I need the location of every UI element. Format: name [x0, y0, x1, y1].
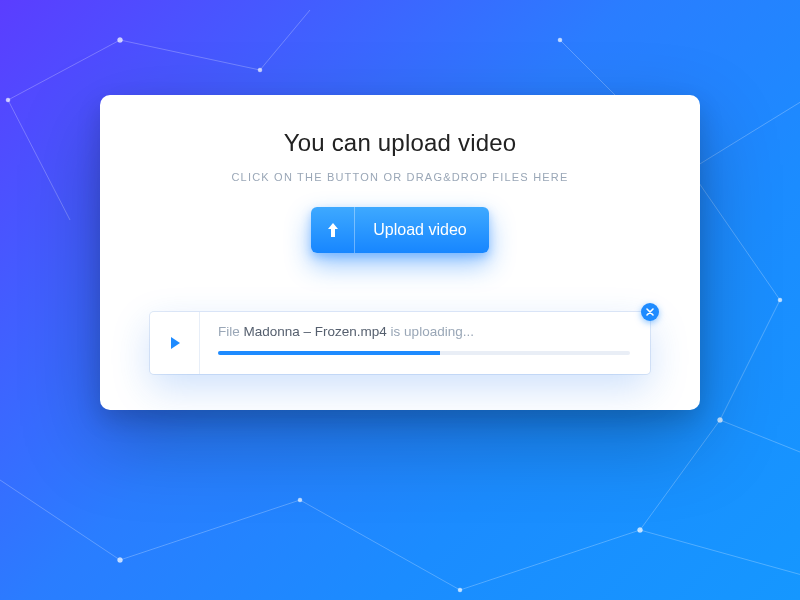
- svg-point-21: [638, 528, 643, 533]
- upload-progress-fill: [218, 351, 440, 355]
- svg-point-19: [298, 498, 302, 502]
- uploading-file-row: File Madonna – Frozen.mp4 is uploading..…: [150, 312, 650, 374]
- svg-line-3: [8, 100, 70, 220]
- file-status-prefix: File: [218, 324, 244, 339]
- svg-line-4: [0, 460, 120, 560]
- svg-point-17: [6, 98, 10, 102]
- svg-line-0: [8, 40, 120, 100]
- upload-progress-bar: [218, 351, 630, 355]
- svg-line-7: [460, 530, 640, 590]
- svg-point-15: [118, 38, 123, 43]
- upload-video-button[interactable]: Upload video: [311, 207, 488, 253]
- file-status-text: File Madonna – Frozen.mp4 is uploading..…: [218, 324, 630, 339]
- play-icon[interactable]: [150, 312, 200, 374]
- svg-line-13: [690, 90, 800, 170]
- app-background: You can upload video CLICK ON THE BUTTON…: [0, 0, 800, 600]
- svg-line-11: [720, 300, 780, 420]
- svg-point-18: [118, 558, 123, 563]
- svg-point-16: [258, 68, 262, 72]
- cancel-upload-button[interactable]: [641, 303, 659, 321]
- upload-arrow-icon: [311, 207, 355, 253]
- svg-line-6: [300, 500, 460, 590]
- svg-point-23: [778, 298, 782, 302]
- svg-line-2: [260, 10, 310, 70]
- card-subtitle: CLICK ON THE BUTTON OR DRAG&DROP FILES H…: [100, 171, 700, 183]
- upload-button-label: Upload video: [355, 221, 488, 239]
- card-title: You can upload video: [100, 129, 700, 157]
- svg-line-12: [690, 170, 780, 300]
- svg-point-25: [558, 38, 562, 42]
- close-icon: [646, 308, 654, 316]
- svg-point-22: [718, 418, 723, 423]
- svg-line-9: [640, 420, 720, 530]
- svg-line-8: [640, 530, 800, 580]
- svg-line-1: [120, 40, 260, 70]
- upload-card[interactable]: You can upload video CLICK ON THE BUTTON…: [100, 95, 700, 410]
- svg-line-10: [720, 420, 800, 460]
- file-name: Madonna – Frozen.mp4: [244, 324, 387, 339]
- svg-point-20: [458, 588, 462, 592]
- svg-line-5: [120, 500, 300, 560]
- file-status-suffix: is uploading...: [387, 324, 474, 339]
